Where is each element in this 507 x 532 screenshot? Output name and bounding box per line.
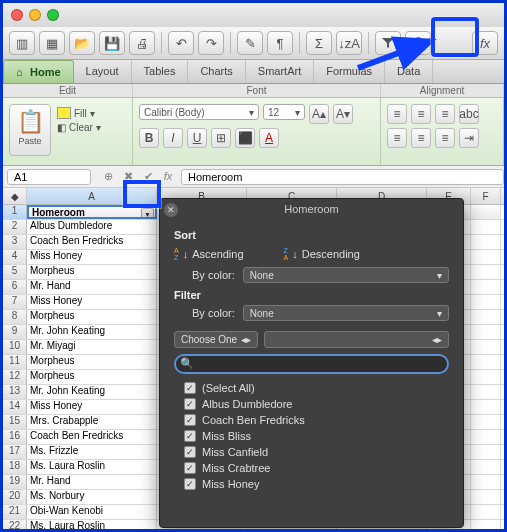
cell[interactable]: Ms. Norbury bbox=[27, 490, 157, 504]
row-header[interactable]: 18 bbox=[3, 460, 27, 474]
window-minimize[interactable] bbox=[29, 9, 41, 21]
italic-button[interactable]: I bbox=[163, 128, 183, 148]
cell[interactable]: Ms. Laura Roslin bbox=[27, 520, 157, 532]
row-header[interactable]: 15 bbox=[3, 415, 27, 429]
cell[interactable]: Ms. Frizzle bbox=[27, 445, 157, 459]
cell[interactable] bbox=[471, 460, 501, 474]
cell[interactable] bbox=[471, 295, 501, 309]
cell[interactable] bbox=[471, 205, 501, 219]
row-header[interactable]: 16 bbox=[3, 430, 27, 444]
cell[interactable]: Mr. Hand bbox=[27, 475, 157, 489]
cell[interactable] bbox=[471, 370, 501, 384]
select-all-corner[interactable]: ◆ bbox=[3, 188, 27, 204]
sort-bycolor-select[interactable]: None▾ bbox=[243, 267, 449, 283]
clear-control[interactable]: ◧Clear▾ bbox=[57, 122, 101, 133]
row-header[interactable]: 3 bbox=[3, 235, 27, 249]
row-header[interactable]: 10 bbox=[3, 340, 27, 354]
window-close[interactable] bbox=[11, 9, 23, 21]
undo-icon[interactable]: ↶ bbox=[168, 31, 194, 55]
cell[interactable] bbox=[471, 400, 501, 414]
row-header[interactable]: 13 bbox=[3, 385, 27, 399]
new-doc-icon[interactable]: ▥ bbox=[9, 31, 35, 55]
cell[interactable]: Coach Ben Fredricks bbox=[27, 430, 157, 444]
row-header[interactable]: 12 bbox=[3, 370, 27, 384]
borders-icon[interactable]: ⊞ bbox=[211, 128, 231, 148]
cell[interactable]: Albus Dumbledore bbox=[27, 220, 157, 234]
window-zoom[interactable] bbox=[47, 9, 59, 21]
accept-formula-icon[interactable]: ✔ bbox=[139, 170, 157, 183]
row-header[interactable]: 4 bbox=[3, 250, 27, 264]
cell[interactable] bbox=[471, 490, 501, 504]
sort-icon[interactable]: ↓zA bbox=[336, 31, 362, 55]
shrink-font-icon[interactable]: A▾ bbox=[333, 104, 353, 124]
filter-value-item[interactable]: ✓Coach Ben Fredricks bbox=[174, 412, 449, 428]
row-header[interactable]: 6 bbox=[3, 280, 27, 294]
row-header[interactable]: 14 bbox=[3, 400, 27, 414]
font-size-select[interactable]: 12▾ bbox=[263, 104, 305, 120]
cell[interactable] bbox=[471, 445, 501, 459]
indent-icon[interactable]: ⇥ bbox=[459, 128, 479, 148]
fx-label-icon[interactable]: fx bbox=[159, 170, 177, 183]
align-top-icon[interactable]: ≡ bbox=[387, 104, 407, 124]
cell[interactable]: Obi-Wan Kenobi bbox=[27, 505, 157, 519]
header-cell-homeroom[interactable]: Homeroom▼ bbox=[27, 205, 157, 219]
cell[interactable] bbox=[471, 505, 501, 519]
cell[interactable] bbox=[471, 310, 501, 324]
col-header-f[interactable]: F bbox=[471, 188, 501, 204]
paste-button[interactable]: 📋 Paste bbox=[9, 104, 51, 156]
filter-value-item[interactable]: ✓Miss Crabtree bbox=[174, 460, 449, 476]
cell[interactable]: Mr. Hand bbox=[27, 280, 157, 294]
print-icon[interactable]: 🖨 bbox=[129, 31, 155, 55]
cell[interactable]: Coach Ben Fredricks bbox=[27, 235, 157, 249]
cell[interactable] bbox=[471, 340, 501, 354]
filter-dropdown-icon[interactable]: ▼ bbox=[141, 208, 154, 219]
filter-search-input[interactable] bbox=[174, 354, 449, 374]
filter-value-item[interactable]: ✓Miss Bliss bbox=[174, 428, 449, 444]
filter-value-item[interactable]: ✓(Select All) bbox=[174, 380, 449, 396]
tab-layout[interactable]: Layout bbox=[74, 60, 132, 83]
grow-font-icon[interactable]: A▴ bbox=[309, 104, 329, 124]
cancel-formula-icon[interactable]: ✖ bbox=[119, 170, 137, 183]
row-header[interactable]: 8 bbox=[3, 310, 27, 324]
autosum-icon[interactable]: Σ bbox=[306, 31, 332, 55]
align-center-icon[interactable]: ≡ bbox=[411, 128, 431, 148]
row-header[interactable]: 7 bbox=[3, 295, 27, 309]
cell[interactable] bbox=[471, 355, 501, 369]
filter-type-select[interactable]: Choose One◂▸ bbox=[174, 331, 258, 348]
filter-value-item[interactable]: ✓Miss Canfield bbox=[174, 444, 449, 460]
cell[interactable] bbox=[471, 280, 501, 294]
tab-smartart[interactable]: SmartArt bbox=[246, 60, 314, 83]
cell[interactable]: Mr. John Keating bbox=[27, 325, 157, 339]
col-header-a[interactable]: A bbox=[27, 188, 157, 204]
cell[interactable] bbox=[471, 430, 501, 444]
cell[interactable] bbox=[471, 250, 501, 264]
fill-color-icon[interactable]: ⬛ bbox=[235, 128, 255, 148]
cell[interactable]: Ms. Laura Roslin bbox=[27, 460, 157, 474]
tab-tables[interactable]: Tables bbox=[132, 60, 189, 83]
tab-home[interactable]: ⌂Home bbox=[3, 60, 74, 83]
cell[interactable]: Morpheus bbox=[27, 265, 157, 279]
align-bot-icon[interactable]: ≡ bbox=[435, 104, 455, 124]
show-hide-icon[interactable]: ¶ bbox=[267, 31, 293, 55]
redo-icon[interactable]: ↷ bbox=[198, 31, 224, 55]
row-header[interactable]: 9 bbox=[3, 325, 27, 339]
cell[interactable] bbox=[471, 520, 501, 532]
tab-formulas[interactable]: Formulas bbox=[314, 60, 385, 83]
save-icon[interactable]: 💾 bbox=[99, 31, 125, 55]
filter-value-select[interactable]: ◂▸ bbox=[264, 331, 449, 348]
wrap-text-icon[interactable]: abc bbox=[459, 104, 479, 124]
panel-close-icon[interactable]: ✕ bbox=[164, 203, 178, 217]
cell[interactable]: Mr. John Keating bbox=[27, 385, 157, 399]
templates-icon[interactable]: ▦ bbox=[39, 31, 65, 55]
filter-funnel-icon[interactable] bbox=[375, 31, 401, 55]
row-header[interactable]: 22 bbox=[3, 520, 27, 532]
cell[interactable]: Miss Honey bbox=[27, 295, 157, 309]
row-header[interactable]: 19 bbox=[3, 475, 27, 489]
sort-ascending[interactable]: AZ↓ Ascending bbox=[174, 247, 244, 261]
align-mid-icon[interactable]: ≡ bbox=[411, 104, 431, 124]
toolbox-icon[interactable]: 🧰 bbox=[405, 31, 431, 55]
name-box[interactable]: A1 bbox=[7, 169, 91, 185]
cell[interactable] bbox=[471, 415, 501, 429]
reference-icon[interactable]: ⊕ bbox=[99, 170, 117, 183]
row-header[interactable]: 20 bbox=[3, 490, 27, 504]
